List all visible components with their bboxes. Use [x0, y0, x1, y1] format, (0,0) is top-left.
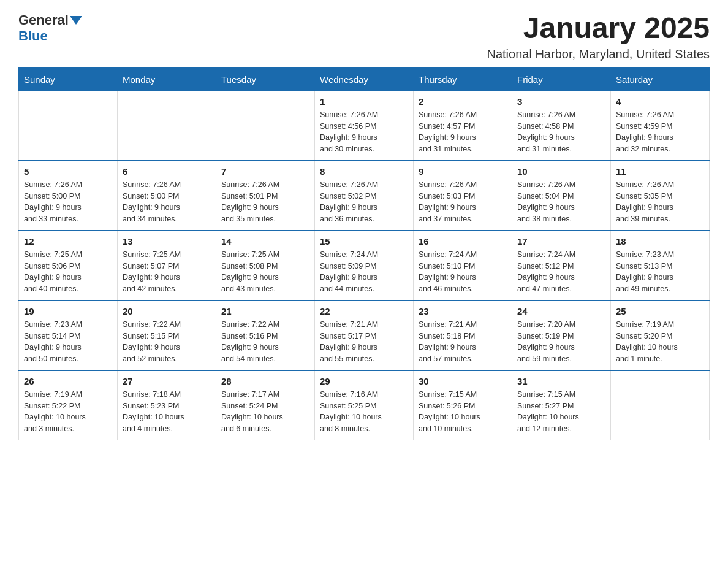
weekday-header-sunday: Sunday — [19, 67, 118, 91]
calendar-cell: 15Sunrise: 7:24 AMSunset: 5:09 PMDayligh… — [315, 231, 414, 301]
day-info: Sunrise: 7:26 AMSunset: 5:00 PMDaylight:… — [24, 179, 112, 225]
day-info: Sunrise: 7:19 AMSunset: 5:22 PMDaylight:… — [24, 389, 112, 435]
weekday-header-saturday: Saturday — [611, 67, 710, 91]
calendar-cell: 28Sunrise: 7:17 AMSunset: 5:24 PMDayligh… — [216, 370, 315, 440]
day-number: 22 — [320, 306, 408, 316]
logo-blue-text: Blue — [18, 28, 48, 44]
calendar-cell: 7Sunrise: 7:26 AMSunset: 5:01 PMDaylight… — [216, 161, 315, 231]
calendar-cell: 10Sunrise: 7:26 AMSunset: 5:04 PMDayligh… — [512, 161, 611, 231]
calendar-week-row: 12Sunrise: 7:25 AMSunset: 5:06 PMDayligh… — [19, 231, 710, 301]
calendar-cell: 29Sunrise: 7:16 AMSunset: 5:25 PMDayligh… — [315, 370, 414, 440]
calendar-cell: 3Sunrise: 7:26 AMSunset: 4:58 PMDaylight… — [512, 91, 611, 161]
calendar-cell: 13Sunrise: 7:25 AMSunset: 5:07 PMDayligh… — [118, 231, 216, 301]
calendar-cell: 11Sunrise: 7:26 AMSunset: 5:05 PMDayligh… — [611, 161, 710, 231]
calendar-cell: 8Sunrise: 7:26 AMSunset: 5:02 PMDaylight… — [315, 161, 414, 231]
calendar-cell — [611, 370, 710, 440]
day-number: 18 — [616, 236, 704, 247]
calendar-week-row: 19Sunrise: 7:23 AMSunset: 5:14 PMDayligh… — [19, 301, 710, 370]
month-title: January 2025 — [487, 12, 710, 45]
title-section: January 2025 National Harbor, Maryland, … — [487, 12, 710, 61]
day-number: 24 — [517, 306, 605, 316]
calendar-cell: 31Sunrise: 7:15 AMSunset: 5:27 PMDayligh… — [512, 370, 611, 440]
day-number: 9 — [419, 166, 507, 177]
calendar-cell: 5Sunrise: 7:26 AMSunset: 5:00 PMDaylight… — [19, 161, 118, 231]
day-info: Sunrise: 7:15 AMSunset: 5:26 PMDaylight:… — [419, 389, 507, 435]
day-number: 1 — [320, 96, 408, 107]
day-info: Sunrise: 7:23 AMSunset: 5:13 PMDaylight:… — [616, 249, 704, 295]
calendar-cell: 26Sunrise: 7:19 AMSunset: 5:22 PMDayligh… — [19, 370, 118, 440]
calendar-cell: 24Sunrise: 7:20 AMSunset: 5:19 PMDayligh… — [512, 301, 611, 370]
day-number: 25 — [616, 306, 704, 316]
day-info: Sunrise: 7:26 AMSunset: 4:56 PMDaylight:… — [320, 109, 408, 155]
day-number: 8 — [320, 166, 408, 177]
location-title: National Harbor, Maryland, United States — [487, 47, 710, 61]
calendar-cell: 23Sunrise: 7:21 AMSunset: 5:18 PMDayligh… — [414, 301, 512, 370]
weekday-header-thursday: Thursday — [414, 67, 512, 91]
calendar-cell: 2Sunrise: 7:26 AMSunset: 4:57 PMDaylight… — [414, 91, 512, 161]
day-number: 21 — [221, 306, 309, 316]
day-number: 26 — [24, 376, 112, 386]
day-number: 19 — [24, 306, 112, 316]
calendar-cell: 19Sunrise: 7:23 AMSunset: 5:14 PMDayligh… — [19, 301, 118, 370]
day-info: Sunrise: 7:26 AMSunset: 5:05 PMDaylight:… — [616, 179, 704, 225]
calendar-cell: 4Sunrise: 7:26 AMSunset: 4:59 PMDaylight… — [611, 91, 710, 161]
calendar-body: 1Sunrise: 7:26 AMSunset: 4:56 PMDaylight… — [19, 91, 710, 440]
day-info: Sunrise: 7:21 AMSunset: 5:17 PMDaylight:… — [320, 319, 408, 365]
day-info: Sunrise: 7:18 AMSunset: 5:23 PMDaylight:… — [123, 389, 211, 435]
day-number: 27 — [123, 376, 211, 386]
day-number: 5 — [24, 166, 112, 177]
calendar-cell: 21Sunrise: 7:22 AMSunset: 5:16 PMDayligh… — [216, 301, 315, 370]
calendar-cell: 27Sunrise: 7:18 AMSunset: 5:23 PMDayligh… — [118, 370, 216, 440]
day-number: 3 — [517, 96, 605, 107]
day-info: Sunrise: 7:24 AMSunset: 5:12 PMDaylight:… — [517, 249, 605, 295]
day-info: Sunrise: 7:24 AMSunset: 5:09 PMDaylight:… — [320, 249, 408, 295]
calendar-cell: 22Sunrise: 7:21 AMSunset: 5:17 PMDayligh… — [315, 301, 414, 370]
calendar-cell: 14Sunrise: 7:25 AMSunset: 5:08 PMDayligh… — [216, 231, 315, 301]
calendar-cell: 1Sunrise: 7:26 AMSunset: 4:56 PMDaylight… — [315, 91, 414, 161]
day-number: 23 — [419, 306, 507, 316]
calendar-cell: 20Sunrise: 7:22 AMSunset: 5:15 PMDayligh… — [118, 301, 216, 370]
day-number: 7 — [221, 166, 309, 177]
day-info: Sunrise: 7:19 AMSunset: 5:20 PMDaylight:… — [616, 319, 704, 365]
day-number: 12 — [24, 236, 112, 247]
day-number: 30 — [419, 376, 507, 386]
day-info: Sunrise: 7:22 AMSunset: 5:15 PMDaylight:… — [123, 319, 211, 365]
day-info: Sunrise: 7:16 AMSunset: 5:25 PMDaylight:… — [320, 389, 408, 435]
day-number: 2 — [419, 96, 507, 107]
day-info: Sunrise: 7:25 AMSunset: 5:06 PMDaylight:… — [24, 249, 112, 295]
day-number: 6 — [123, 166, 211, 177]
day-info: Sunrise: 7:21 AMSunset: 5:18 PMDaylight:… — [419, 319, 507, 365]
day-number: 14 — [221, 236, 309, 247]
calendar-cell — [19, 91, 118, 161]
day-info: Sunrise: 7:15 AMSunset: 5:27 PMDaylight:… — [517, 389, 605, 435]
calendar-cell: 17Sunrise: 7:24 AMSunset: 5:12 PMDayligh… — [512, 231, 611, 301]
calendar-week-row: 26Sunrise: 7:19 AMSunset: 5:22 PMDayligh… — [19, 370, 710, 440]
day-number: 4 — [616, 96, 704, 107]
day-info: Sunrise: 7:26 AMSunset: 4:59 PMDaylight:… — [616, 109, 704, 155]
day-number: 16 — [419, 236, 507, 247]
day-number: 20 — [123, 306, 211, 316]
day-info: Sunrise: 7:20 AMSunset: 5:19 PMDaylight:… — [517, 319, 605, 365]
calendar-cell — [118, 91, 216, 161]
calendar-week-row: 1Sunrise: 7:26 AMSunset: 4:56 PMDaylight… — [19, 91, 710, 161]
day-number: 31 — [517, 376, 605, 386]
day-info: Sunrise: 7:25 AMSunset: 5:07 PMDaylight:… — [123, 249, 211, 295]
page-header: General Blue January 2025 National Harbo… — [18, 12, 710, 61]
calendar-header: SundayMondayTuesdayWednesdayThursdayFrid… — [19, 67, 710, 91]
day-info: Sunrise: 7:26 AMSunset: 5:00 PMDaylight:… — [123, 179, 211, 225]
logo-arrow-icon — [70, 16, 82, 25]
day-info: Sunrise: 7:22 AMSunset: 5:16 PMDaylight:… — [221, 319, 309, 365]
calendar-cell: 9Sunrise: 7:26 AMSunset: 5:03 PMDaylight… — [414, 161, 512, 231]
calendar-cell: 6Sunrise: 7:26 AMSunset: 5:00 PMDaylight… — [118, 161, 216, 231]
calendar-cell: 16Sunrise: 7:24 AMSunset: 5:10 PMDayligh… — [414, 231, 512, 301]
calendar-cell: 30Sunrise: 7:15 AMSunset: 5:26 PMDayligh… — [414, 370, 512, 440]
calendar-cell: 12Sunrise: 7:25 AMSunset: 5:06 PMDayligh… — [19, 231, 118, 301]
calendar-cell — [216, 91, 315, 161]
day-info: Sunrise: 7:26 AMSunset: 5:04 PMDaylight:… — [517, 179, 605, 225]
day-info: Sunrise: 7:26 AMSunset: 5:02 PMDaylight:… — [320, 179, 408, 225]
weekday-header-row: SundayMondayTuesdayWednesdayThursdayFrid… — [19, 67, 710, 91]
day-number: 28 — [221, 376, 309, 386]
calendar-table: SundayMondayTuesdayWednesdayThursdayFrid… — [18, 67, 710, 440]
day-info: Sunrise: 7:26 AMSunset: 5:03 PMDaylight:… — [419, 179, 507, 225]
day-number: 11 — [616, 166, 704, 177]
